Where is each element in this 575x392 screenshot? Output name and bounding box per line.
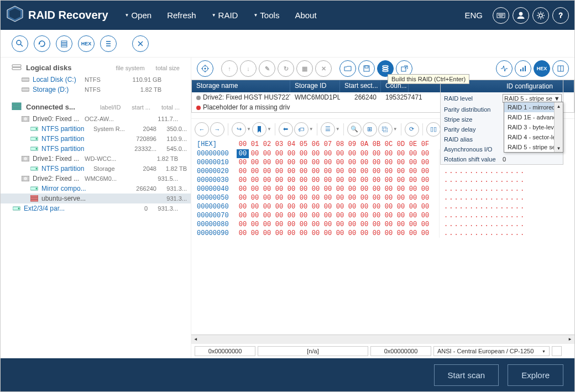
svg-line-14 xyxy=(538,17,539,18)
storage-row[interactable]: NTFS partition23332...545.0... xyxy=(1,144,191,154)
nav-back-icon[interactable]: ← xyxy=(195,122,209,137)
bookmark-icon[interactable] xyxy=(252,122,266,137)
copy-hex-icon[interactable]: ⿻ xyxy=(378,122,393,137)
svg-rect-32 xyxy=(12,103,21,105)
chart-icon[interactable] xyxy=(515,60,531,77)
main-menu: ▼Open Refresh ▼RAID ▼Tools About xyxy=(125,11,317,20)
hex-view-icon[interactable]: HEX xyxy=(534,60,550,77)
drive-icon xyxy=(20,156,30,161)
svg-point-46 xyxy=(36,168,38,170)
svg-line-13 xyxy=(543,17,544,18)
hex-scrollbar-h[interactable]: ◄► xyxy=(191,334,574,343)
status-extra[interactable] xyxy=(552,346,562,356)
storage-row[interactable]: Drive2: Fixed ...WMC6M0...931.5... xyxy=(1,174,191,184)
disk-small-icon xyxy=(20,77,30,82)
select-all-icon[interactable]: ▦ xyxy=(296,60,313,77)
move-up-icon[interactable]: ↑ xyxy=(221,60,238,77)
language-selector[interactable]: ENG xyxy=(464,11,483,20)
svg-rect-28 xyxy=(12,65,21,67)
list-icon[interactable] xyxy=(100,35,117,52)
columns-icon[interactable]: ▯▯ xyxy=(426,122,441,137)
drive-icon xyxy=(20,116,30,122)
target-icon[interactable] xyxy=(197,60,213,77)
goto-icon[interactable]: ↪ xyxy=(232,122,246,137)
refresh-icon[interactable] xyxy=(34,35,50,52)
svg-point-66 xyxy=(383,70,388,72)
storage-row[interactable]: Drive0: Fixed ...OCZ-AW...111.7... xyxy=(1,114,191,124)
svg-rect-71 xyxy=(525,66,526,71)
hex-row[interactable]: 0000003000000000000000000000000000000000… xyxy=(191,176,574,185)
svg-rect-70 xyxy=(522,67,524,71)
keyboard-icon[interactable] xyxy=(493,7,509,24)
list-hex-icon[interactable]: ☰ xyxy=(321,122,335,137)
open-folder-icon[interactable] xyxy=(339,60,356,77)
layout-icon[interactable] xyxy=(552,60,569,77)
hex-row[interactable]: 0000007000000000000000000000000000000000… xyxy=(191,211,574,220)
hex-row[interactable]: 0000008000000000000000000000000000000000… xyxy=(191,220,574,229)
main-area: Logical disks file systemtotal size Loca… xyxy=(1,58,574,358)
explore-button[interactable]: Explore xyxy=(508,364,563,386)
svg-point-7 xyxy=(539,14,542,17)
storage-row[interactable]: Ext2/3/4 par...0931.3... xyxy=(1,203,191,213)
menu-tools[interactable]: ▼Tools xyxy=(253,11,279,20)
menu-about[interactable]: About xyxy=(295,11,316,20)
raid-builder-icon[interactable] xyxy=(56,35,72,52)
undo-hex-icon[interactable]: ⬅ xyxy=(279,122,293,137)
user-icon[interactable] xyxy=(513,7,529,24)
hex-row[interactable]: 0000005000000000000000000000000000000000… xyxy=(191,194,574,202)
top-toolbar: HEX xyxy=(1,30,574,58)
logical-disk-row[interactable]: Storage (D:)NTFS1.82 TB xyxy=(1,85,191,95)
svg-rect-30 xyxy=(22,78,29,81)
menu-raid[interactable]: ▼RAID xyxy=(212,11,238,20)
svg-rect-67 xyxy=(401,67,406,71)
remove-icon[interactable]: ✕ xyxy=(315,60,332,77)
search-hex-icon[interactable]: 🔍 xyxy=(347,122,362,137)
svg-rect-31 xyxy=(22,88,29,91)
grid-hex-icon[interactable]: ⊞ xyxy=(363,122,377,137)
activity-icon[interactable] xyxy=(496,60,513,77)
svg-rect-51 xyxy=(30,195,38,197)
storage-row[interactable]: Mirror compo...266240931.3... xyxy=(1,184,191,194)
sidebar: Logical disks file systemtotal size Loca… xyxy=(1,58,191,358)
menu-open[interactable]: ▼Open xyxy=(125,11,152,20)
storage-row[interactable]: Drive1: Fixed ...WD-WCC...1.82 TB xyxy=(1,154,191,164)
search-icon[interactable] xyxy=(12,35,28,52)
storage-row[interactable]: NTFS partition720896110.9... xyxy=(1,134,191,144)
drive-icon xyxy=(29,166,39,171)
encoding-select[interactable]: ANSI - Central European / CP-1250 xyxy=(433,346,550,356)
edit-icon[interactable]: ✎ xyxy=(259,60,275,77)
redo-icon[interactable]: ↻ xyxy=(278,60,294,77)
menu-refresh[interactable]: Refresh xyxy=(167,11,196,20)
hex-mode-icon[interactable]: HEX xyxy=(78,35,95,52)
svg-rect-34 xyxy=(12,108,21,110)
start-scan-button[interactable]: Start scan xyxy=(434,364,499,386)
svg-point-38 xyxy=(36,128,38,130)
connected-storages-header: Connected s... label/IDstart ...total ..… xyxy=(1,100,191,114)
drive-icon xyxy=(12,206,22,211)
help-icon[interactable]: ? xyxy=(552,7,569,24)
gear-icon[interactable] xyxy=(532,7,549,24)
hex-row[interactable]: 0000009000000000000000000000000000000000… xyxy=(191,229,574,238)
hex-row[interactable]: 0000006000000000000000000000000000000000… xyxy=(191,202,574,211)
storage-row[interactable]: NTFS partitionStorage20481.82 TB xyxy=(1,164,191,174)
svg-point-17 xyxy=(17,40,21,45)
reload-hex-icon[interactable]: ⟳ xyxy=(405,122,419,137)
storage-row[interactable]: NTFS partitionSystem R...2048350.0... xyxy=(1,124,191,134)
svg-point-36 xyxy=(24,117,27,121)
svg-line-18 xyxy=(20,44,23,46)
dropdown-scrollbar[interactable]: ▲▼ xyxy=(554,102,563,152)
raid-level-dropdown[interactable]: RAID 1 - mirroredRAID 1E - advancRAID 3 … xyxy=(504,102,563,153)
move-down-icon[interactable]: ↓ xyxy=(240,60,257,77)
svg-point-42 xyxy=(36,148,38,150)
svg-point-57 xyxy=(205,68,206,70)
tag-icon[interactable]: 🏷 xyxy=(294,122,309,137)
storage-row[interactable]: ubuntu-serve...931.3... xyxy=(1,194,191,203)
save-icon[interactable] xyxy=(358,60,375,77)
nav-forward-icon[interactable]: → xyxy=(210,122,224,137)
hex-row[interactable]: 0000004000000000000000000000000000000000… xyxy=(191,185,574,194)
close-icon[interactable] xyxy=(132,35,149,52)
hex-row[interactable]: 0000002000000000000000000000000000000000… xyxy=(191,167,574,176)
drive-icon xyxy=(29,136,39,142)
logical-disk-row[interactable]: Local Disk (C:)NTFS110.91 GB xyxy=(1,75,191,85)
disk-icon xyxy=(12,63,22,72)
